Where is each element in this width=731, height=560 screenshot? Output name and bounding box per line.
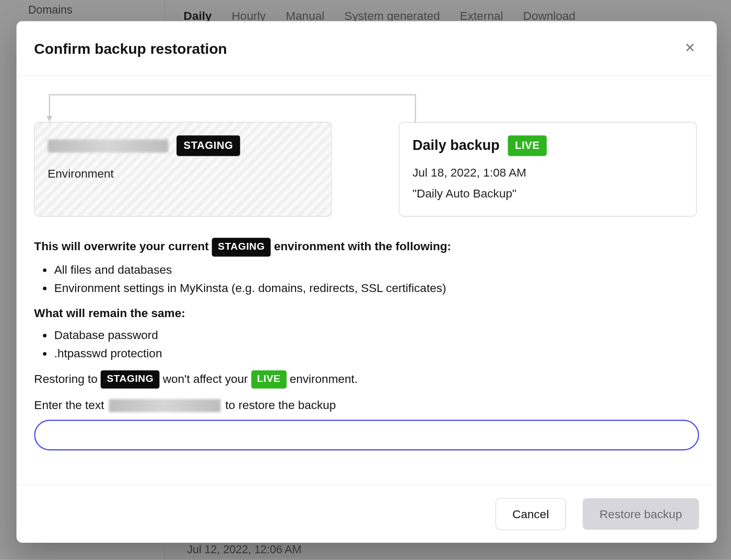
modal-footer: Cancel Restore backup [17,485,717,543]
target-environment-subtitle: Environment [48,166,318,183]
restoring-note: Restoring to STAGING won't affect your L… [34,370,699,389]
modal-body: STAGING Environment Daily backup LIVE Ju… [17,76,717,484]
modal-header: Confirm backup restoration ✕ [17,21,717,76]
remain-item: .htpasswd protection [54,345,699,362]
overwrite-warning: This will overwrite your current STAGING… [34,238,699,256]
confirm-text-input[interactable] [34,420,699,451]
remain-item: Database password [54,326,699,344]
restore-backup-button[interactable]: Restore backup [583,498,699,530]
confirm-prompt: Enter the text to restore the backup [34,397,699,414]
source-backup-timestamp: Jul 18, 2022, 1:08 AM [412,165,683,182]
close-button[interactable]: ✕ [680,39,699,57]
live-badge-inline: LIVE [251,370,286,389]
source-backup-title: Daily backup [412,135,500,156]
source-backup-card: Daily backup LIVE Jul 18, 2022, 1:08 AM … [399,122,697,217]
target-environment-name-redacted [48,139,168,153]
restore-direction-arrow [46,92,699,122]
remain-list: Database password .htpasswd protection [54,326,699,362]
staging-badge-inline-2: STAGING [101,370,159,389]
overwrite-list: All files and databases Environment sett… [54,261,699,297]
remain-heading: What will remain the same: [34,305,699,322]
confirm-restore-modal: Confirm backup restoration ✕ STAGING Env… [17,21,717,543]
live-badge: LIVE [508,135,547,156]
modal-title: Confirm backup restoration [34,40,227,57]
cancel-button[interactable]: Cancel [496,498,567,530]
overwrite-item: All files and databases [54,261,699,278]
overwrite-item: Environment settings in MyKinsta (e.g. d… [54,279,699,297]
close-icon: ✕ [685,41,695,56]
staging-badge: STAGING [176,135,240,156]
target-environment-card: STAGING Environment [34,122,332,217]
source-backup-label: "Daily Auto Backup" [412,185,683,202]
confirm-phrase-redacted [109,399,220,412]
staging-badge-inline: STAGING [212,238,270,256]
